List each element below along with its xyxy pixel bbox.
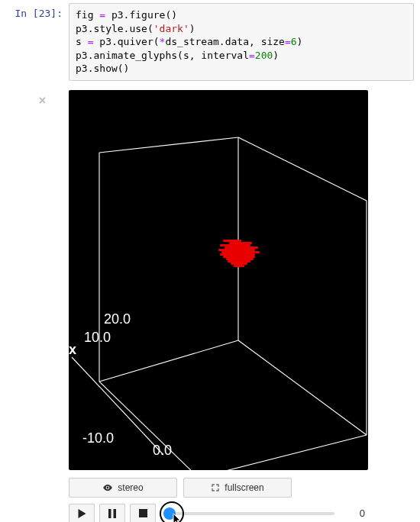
tick-label: 0.0	[153, 443, 172, 458]
code-token: 'dark'	[153, 23, 189, 34]
quiver-glyphs	[218, 238, 266, 269]
code-cell[interactable]: fig = p3.figure() p3.style.use('dark') s…	[69, 3, 414, 81]
svg-line-7	[99, 382, 199, 470]
svg-rect-12	[114, 509, 117, 518]
svg-line-5	[99, 340, 238, 382]
code-token: ds_stream.data, size	[165, 36, 285, 47]
close-output-button[interactable]: ×	[39, 95, 46, 107]
stop-icon	[139, 509, 147, 517]
code-token: )	[297, 36, 303, 47]
frame-slider[interactable]	[165, 504, 334, 522]
code-token: =	[285, 36, 291, 47]
stereo-button-label: stereo	[118, 482, 143, 493]
code-token: 200	[255, 50, 273, 61]
code-token: p3.figure()	[105, 9, 177, 21]
code-token: 6	[291, 36, 297, 47]
svg-line-1	[238, 137, 367, 201]
tick-label: 10.0	[84, 330, 111, 345]
slider-thumb[interactable]	[163, 508, 176, 520]
svg-rect-13	[139, 509, 147, 517]
code-token: fig	[76, 9, 99, 21]
fullscreen-button[interactable]: fullscreen	[183, 478, 292, 498]
code-token: s	[76, 36, 88, 47]
expand-icon	[211, 483, 220, 492]
svg-line-10	[72, 357, 99, 382]
code-token: )	[189, 23, 195, 34]
svg-line-8	[199, 435, 367, 470]
ipyvolume-3d-canvas[interactable]: x 20.0 10.0 -10.0 0.0	[69, 90, 368, 470]
svg-line-6	[238, 340, 367, 435]
eye-icon	[102, 482, 113, 493]
tick-label: 20.0	[104, 311, 131, 327]
slider-track	[165, 512, 334, 515]
code-token: =	[249, 50, 255, 61]
code-token: p3.animate_glyphs(s, interval	[76, 50, 249, 61]
code-token: p3.show()	[76, 63, 129, 74]
play-button[interactable]	[69, 504, 95, 522]
fullscreen-button-label: fullscreen	[225, 482, 263, 493]
tick-label: -10.0	[82, 430, 114, 446]
play-icon	[78, 509, 86, 518]
code-token: =	[99, 9, 105, 21]
frame-number: 0	[339, 508, 368, 519]
code-token: p3.quiver(	[93, 36, 159, 47]
code-token: p3.style.use(	[76, 23, 153, 34]
pause-button[interactable]	[99, 504, 125, 522]
pause-icon	[108, 509, 116, 518]
svg-line-0	[99, 137, 238, 153]
svg-rect-11	[108, 509, 111, 518]
stop-button[interactable]	[130, 504, 156, 522]
code-token: )	[273, 50, 279, 61]
stereo-button[interactable]: stereo	[69, 478, 177, 498]
axis-label-x: x	[69, 342, 76, 357]
axes-wireframe: x 20.0 10.0 -10.0 0.0	[69, 90, 368, 470]
input-prompt: In [23]:	[6, 3, 69, 81]
